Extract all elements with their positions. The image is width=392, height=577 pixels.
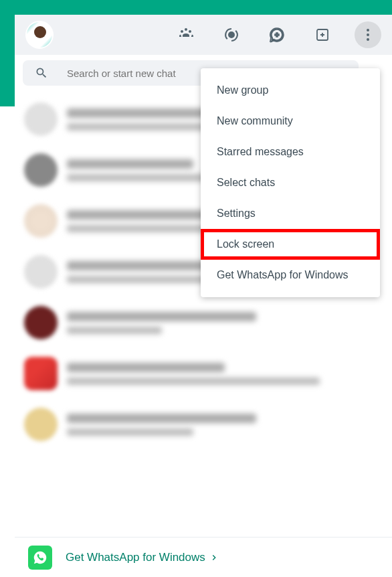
- menu-get-whatsapp-windows[interactable]: Get WhatsApp for Windows: [201, 260, 380, 291]
- menu-starred-messages[interactable]: Starred messages: [201, 137, 380, 167]
- sidebar-header: [15, 15, 392, 55]
- chat-row[interactable]: [15, 348, 392, 399]
- whatsapp-logo-icon: [28, 546, 52, 570]
- svg-point-2: [367, 29, 369, 31]
- communities-icon[interactable]: [173, 21, 199, 48]
- svg-point-3: [367, 33, 369, 36]
- user-avatar[interactable]: [25, 21, 54, 49]
- window-top-bar: [0, 0, 392, 9]
- menu-lock-screen[interactable]: Lock screen: [201, 229, 380, 260]
- menu-settings[interactable]: Settings: [201, 198, 380, 229]
- menu-select-chats[interactable]: Select chats: [201, 167, 380, 198]
- footer: Get WhatsApp for Windows: [15, 537, 392, 577]
- svg-point-4: [367, 38, 369, 41]
- status-icon[interactable]: [218, 21, 245, 48]
- channels-icon[interactable]: [309, 21, 336, 48]
- sidebar-panel: New group New community Starred messages…: [15, 15, 392, 577]
- footer-cta[interactable]: Get WhatsApp for Windows: [66, 551, 219, 564]
- app-container: New group New community Starred messages…: [0, 9, 392, 577]
- options-dropdown: New group New community Starred messages…: [201, 68, 380, 297]
- chevron-right-icon: [209, 553, 219, 562]
- menu-new-community[interactable]: New community: [201, 106, 380, 137]
- chat-row[interactable]: [15, 297, 392, 348]
- new-chat-icon[interactable]: [264, 21, 290, 48]
- search-icon: [35, 66, 48, 80]
- menu-new-group[interactable]: New group: [201, 75, 380, 106]
- menu-button[interactable]: [355, 21, 381, 48]
- chat-row[interactable]: [15, 399, 392, 450]
- header-actions: [173, 21, 381, 48]
- footer-cta-label: Get WhatsApp for Windows: [66, 551, 205, 564]
